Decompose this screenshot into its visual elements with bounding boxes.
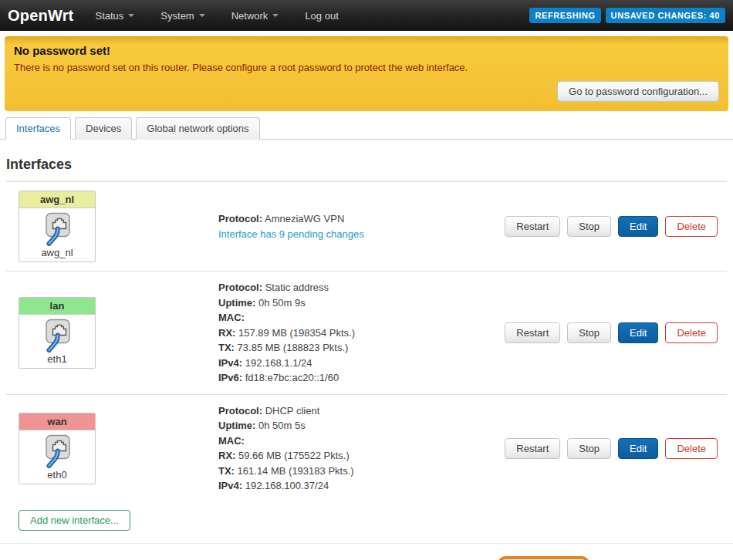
menu-system[interactable]: System: [160, 10, 204, 22]
info-label: TX:: [218, 342, 235, 353]
interface-device-label: eth0: [22, 469, 93, 481]
edit-button[interactable]: Edit: [618, 322, 658, 343]
interface-info: Protocol: DHCP client Uptime: 0h 50m 5s …: [218, 403, 505, 494]
menu-logout-label: Log out: [305, 10, 338, 22]
chevron-down-icon: [272, 14, 279, 17]
info-line: Interface has 9 pending changes: [218, 227, 505, 242]
interface-name-badge: lan: [19, 298, 95, 315]
ifacebox-cell: wan eth0: [14, 413, 218, 484]
info-line: TX: 161.14 MB (193183 Pkts.): [218, 464, 505, 479]
info-value: 59.66 MB (175522 Pkts.): [238, 450, 350, 461]
info-label: RX:: [218, 327, 235, 339]
alert-message: There is no password set on this router.…: [14, 62, 719, 73]
main-menu: Status System Network Log out: [95, 10, 338, 22]
menu-status[interactable]: Status: [95, 10, 134, 22]
info-value: 0h 50m 9s: [258, 297, 306, 309]
page-title: Interfaces: [6, 157, 727, 173]
alert-title: No password set!: [14, 44, 719, 57]
delete-button[interactable]: Delete: [665, 438, 718, 459]
alert-actions: Go to password configuration...: [14, 81, 719, 102]
chevron-down-icon: [128, 14, 134, 17]
menu-logout[interactable]: Log out: [305, 10, 338, 22]
info-label: MAC:: [218, 312, 245, 323]
info-label: MAC:: [218, 435, 245, 447]
info-label: Protocol:: [218, 213, 262, 224]
restart-button[interactable]: Restart: [505, 216, 560, 237]
menu-status-label: Status: [95, 10, 123, 22]
info-label: IPv4:: [218, 357, 242, 369]
info-line: Uptime: 0h 50m 9s: [218, 295, 505, 311]
ifacebox-body: eth0: [19, 430, 95, 484]
info-label: IPv4:: [218, 480, 242, 491]
info-value: 161.14 MB (193183 Pkts.): [238, 465, 354, 477]
info-value: 73.85 MB (188823 Pkts.): [238, 342, 349, 353]
ifacebox-wan: wan eth0: [19, 413, 96, 484]
info-value: 192.168.1.1/24: [245, 357, 312, 369]
interface-info: Protocol: AmneziaWG VPN Interface has 9 …: [218, 211, 505, 241]
tab-global-network-options[interactable]: Global network options: [136, 117, 259, 140]
info-line: IPv4: 192.168.1.1/24: [218, 356, 505, 371]
info-line: MAC:: [218, 310, 505, 326]
top-navbar: OpenWrt Status System Network Log out RE…: [0, 0, 733, 31]
add-new-interface-button[interactable]: Add new interface...: [19, 510, 130, 531]
info-label: Protocol:: [218, 282, 262, 293]
info-value: Static address: [265, 282, 329, 293]
info-label: TX:: [218, 465, 235, 477]
annotation-highlight-ring: Save & Apply: [498, 556, 589, 560]
interfaces-page: Interfaces awg_nl awg_nl Protocol:: [0, 157, 733, 531]
info-label: Protocol:: [218, 405, 262, 417]
interface-row-awg-nl: awg_nl awg_nl Protocol: AmneziaWG VPN: [6, 181, 727, 271]
ethernet-port-icon: [39, 434, 75, 468]
interface-name-badge: awg_nl: [19, 191, 95, 208]
info-label: IPv6:: [218, 372, 242, 383]
no-password-alert: No password set! There is no password se…: [5, 36, 728, 111]
info-value: 0h 50m 5s: [258, 420, 306, 431]
unsaved-changes-badge[interactable]: UNSAVED CHANGES: 40: [606, 8, 725, 23]
ethernet-port-icon: [39, 212, 75, 246]
ifacebox-cell: awg_nl awg_nl: [14, 191, 218, 262]
info-line: MAC:: [218, 433, 505, 449]
info-line: TX: 73.85 MB (188823 Pkts.): [218, 340, 505, 356]
info-value: AmneziaWG VPN: [265, 213, 344, 224]
info-label: Uptime:: [218, 420, 255, 431]
ifacebox-body: eth1: [19, 315, 95, 368]
tab-interfaces[interactable]: Interfaces: [5, 117, 71, 140]
info-line: Protocol: Static address: [218, 280, 505, 295]
openwrt-logo: OpenWrt: [8, 7, 73, 25]
footer-action-bar: Save & Apply Save Reset: [0, 543, 733, 560]
info-value: fd18:e7bc:ac20::1/60: [245, 372, 339, 383]
menu-network[interactable]: Network: [231, 10, 279, 22]
interface-info: Protocol: Static address Uptime: 0h 50m …: [218, 280, 505, 386]
info-line: RX: 157.89 MB (198354 Pkts.): [218, 326, 505, 341]
menu-system-label: System: [160, 10, 194, 22]
network-tabbar: Interfaces Devices Global network option…: [0, 117, 733, 140]
stop-button[interactable]: Stop: [567, 322, 611, 343]
restart-button[interactable]: Restart: [505, 438, 560, 459]
delete-button[interactable]: Delete: [665, 322, 718, 343]
menu-network-label: Network: [231, 10, 269, 22]
info-value: 192.168.100.37/24: [245, 480, 329, 491]
stop-button[interactable]: Stop: [567, 216, 611, 237]
info-line: Uptime: 0h 50m 5s: [218, 418, 505, 433]
info-line: RX: 59.66 MB (175522 Pkts.): [218, 448, 505, 464]
info-label: Uptime:: [218, 297, 255, 309]
edit-button[interactable]: Edit: [618, 216, 658, 237]
delete-button[interactable]: Delete: [665, 216, 718, 237]
interface-actions: Restart Stop Edit Delete: [505, 438, 722, 459]
pending-changes-link[interactable]: Interface has 9 pending changes: [218, 228, 364, 240]
edit-button[interactable]: Edit: [618, 438, 658, 459]
ifacebox-awg-nl: awg_nl awg_nl: [19, 191, 96, 262]
restart-button[interactable]: Restart: [505, 322, 560, 343]
ifacebox-lan: lan eth1: [19, 297, 96, 369]
stop-button[interactable]: Stop: [567, 438, 611, 459]
interface-row-lan: lan eth1 Protocol: Static address Uptime…: [6, 271, 727, 394]
refreshing-badge: REFRESHING: [529, 8, 600, 23]
tab-devices[interactable]: Devices: [75, 117, 132, 140]
interface-actions: Restart Stop Edit Delete: [505, 216, 722, 237]
interface-device-label: eth1: [22, 353, 93, 365]
info-line: Protocol: DHCP client: [218, 403, 505, 419]
info-line: Protocol: AmneziaWG VPN: [218, 211, 505, 227]
ifacebox-cell: lan eth1: [14, 297, 218, 369]
info-label: RX:: [218, 450, 235, 461]
go-to-password-configuration-button[interactable]: Go to password configuration...: [557, 81, 719, 102]
